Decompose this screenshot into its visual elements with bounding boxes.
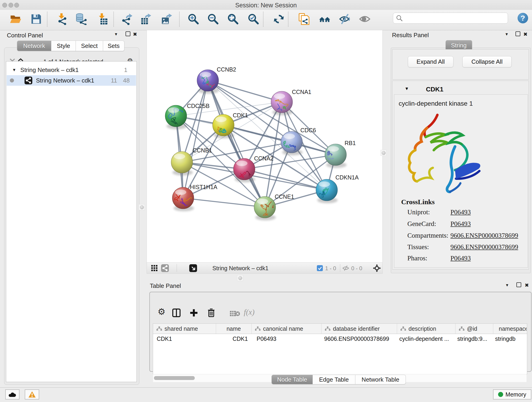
table-options-gear-icon[interactable]: ⚙ bbox=[158, 308, 165, 315]
crosslink-value[interactable]: 9606.ENSP00000378699 bbox=[450, 232, 518, 239]
column-header[interactable]: shared name bbox=[153, 324, 216, 334]
column-header[interactable]: database identifier bbox=[322, 324, 397, 334]
control-panel-float-icon[interactable] bbox=[126, 32, 130, 38]
export-table-button[interactable] bbox=[139, 13, 152, 26]
tab-sets[interactable]: Sets bbox=[103, 41, 124, 51]
import-table-from-file-button[interactable] bbox=[96, 13, 109, 26]
network-share-icon[interactable] bbox=[161, 264, 169, 272]
help-button[interactable]: ? bbox=[518, 13, 528, 23]
control-panel-close-icon[interactable]: ✖ bbox=[133, 32, 137, 37]
network-edge-CCNB2-CCNA1[interactable] bbox=[208, 80, 282, 102]
network-edge-HIST1H1A-CCNE1[interactable] bbox=[183, 198, 265, 207]
table-panel-menu-icon[interactable]: ▼ bbox=[505, 282, 509, 288]
node-label-HIST1H1A: HIST1H1A bbox=[190, 184, 217, 190]
zoom-in-icon bbox=[187, 13, 199, 25]
crosslinks-title: CrossLinks bbox=[401, 198, 435, 206]
collection-expand-icon[interactable]: ▼ bbox=[12, 68, 16, 72]
tab-style[interactable]: Style bbox=[51, 41, 76, 51]
memory-button[interactable]: Memory bbox=[493, 389, 531, 400]
selected-checkbox-icon[interactable] bbox=[317, 265, 323, 271]
hide-selected-button[interactable] bbox=[338, 13, 351, 26]
tab-edge-table[interactable]: Edge Table bbox=[313, 375, 355, 384]
column-header[interactable]: @id bbox=[456, 324, 493, 334]
delete-table-icon bbox=[230, 310, 240, 317]
export-image-button[interactable] bbox=[160, 13, 173, 26]
network-row[interactable]: String Network – cdk1 11 48 bbox=[7, 75, 136, 86]
tab-network-table[interactable]: Network Table bbox=[355, 375, 406, 384]
hidden-eye-slash-icon[interactable] bbox=[342, 265, 349, 271]
column-header[interactable]: description bbox=[397, 324, 456, 334]
table-panel-float-icon[interactable] bbox=[516, 282, 521, 288]
network-canvas[interactable]: CCNB2CCNA1CDC25BCDK1CDC6RB1CCNB1CCNA2CDK… bbox=[147, 30, 383, 263]
network-collection-row[interactable]: ▼ String Network – cdk1 1 bbox=[7, 65, 136, 75]
crosslink-label: Tissues: bbox=[407, 243, 429, 251]
network-tree: ▼ String Network – cdk1 1 String Network… bbox=[6, 61, 137, 382]
expand-all-button[interactable]: Expand All bbox=[408, 56, 453, 67]
clone-network-button[interactable] bbox=[298, 13, 310, 26]
zoom-selected-icon bbox=[247, 13, 259, 25]
crosshair-icon[interactable] bbox=[373, 264, 381, 272]
network-type-icon bbox=[25, 77, 32, 84]
zoom-fit-button[interactable] bbox=[227, 13, 239, 26]
network-graph[interactable]: CCNB2CCNA1CDC25BCDK1CDC6RB1CCNB1CCNA2CDK… bbox=[147, 30, 382, 263]
networks-overview-button[interactable] bbox=[318, 13, 331, 26]
homes-icon bbox=[319, 13, 331, 25]
search-field[interactable] bbox=[393, 13, 508, 24]
warnings-button[interactable] bbox=[25, 389, 39, 400]
results-panel-menu-icon[interactable]: ▼ bbox=[505, 32, 509, 37]
zoom-selected-button[interactable] bbox=[247, 13, 260, 26]
gene-collapse-icon[interactable]: ▼ bbox=[405, 86, 409, 91]
grid-view-icon[interactable] bbox=[151, 265, 158, 272]
column-header[interactable]: canonical name bbox=[252, 324, 322, 334]
zoom-fit-icon bbox=[227, 13, 239, 25]
search-input[interactable] bbox=[405, 14, 505, 22]
tab-network[interactable]: Network bbox=[17, 41, 51, 51]
column-header[interactable]: name bbox=[216, 324, 252, 334]
node-label-CCNA2: CCNA2 bbox=[254, 155, 273, 162]
delete-column-icon[interactable] bbox=[207, 308, 216, 317]
attribute-type-icon bbox=[459, 326, 465, 331]
title-bar: Session: New Session bbox=[0, 0, 532, 10]
crosslink-value[interactable]: P06493 bbox=[450, 220, 471, 228]
add-column-icon[interactable] bbox=[189, 308, 198, 317]
crosslink-value[interactable]: 9606.ENSP00000378699 bbox=[450, 243, 518, 251]
network-edge-CCNB2-HIST1H1A[interactable] bbox=[183, 80, 208, 198]
crosslink-label: Compartments: bbox=[407, 232, 448, 239]
crosslink-value[interactable]: P06493 bbox=[450, 208, 471, 216]
protein-structure-image bbox=[404, 112, 489, 195]
scrollbar-thumb[interactable] bbox=[154, 376, 195, 380]
column-header[interactable]: namespace bbox=[493, 324, 526, 334]
tab-select[interactable]: Select bbox=[76, 41, 103, 51]
table-panel: Table Panel ▼ ✖ ⚙ f(x) bbox=[147, 280, 532, 387]
show-columns-icon[interactable] bbox=[172, 308, 181, 317]
cloud-button[interactable] bbox=[5, 389, 19, 400]
zoom-out-button[interactable] bbox=[207, 13, 220, 26]
open-session-button[interactable] bbox=[9, 13, 22, 26]
export-network-button[interactable] bbox=[120, 13, 133, 26]
control-panel-menu-icon[interactable]: ▼ bbox=[114, 32, 118, 37]
show-eye-button[interactable] bbox=[358, 13, 371, 26]
left-divider-grip[interactable] bbox=[139, 204, 145, 210]
collapse-all-button[interactable]: Collapse All bbox=[462, 56, 512, 67]
zoom-in-button[interactable] bbox=[187, 13, 200, 26]
birdseye-view-icon[interactable] bbox=[189, 264, 197, 272]
table-panel-close-icon[interactable]: ✖ bbox=[525, 282, 529, 288]
results-panel-float-icon[interactable] bbox=[515, 32, 520, 38]
table-panel-title: Table Panel bbox=[150, 282, 181, 289]
results-panel-close-icon[interactable]: ✖ bbox=[523, 32, 527, 37]
clone-network-icon bbox=[298, 13, 310, 25]
import-network-from-database-button[interactable] bbox=[75, 13, 88, 26]
right-divider-grip[interactable] bbox=[380, 150, 386, 156]
network-edge-count: 48 bbox=[123, 77, 130, 84]
save-session-button[interactable] bbox=[30, 13, 43, 26]
table-row[interactable]: CDK1 CDK1 P06493 9606.ENSP00000378699 cy… bbox=[153, 334, 527, 344]
refresh-view-button[interactable] bbox=[272, 13, 285, 26]
node-label-CCNB1: CCNB1 bbox=[193, 147, 212, 153]
import-network-from-file-button[interactable] bbox=[56, 13, 69, 26]
tab-node-table[interactable]: Node Table bbox=[272, 375, 313, 384]
node-label-CCNB2: CCNB2 bbox=[217, 66, 236, 73]
control-panel: Control Panel ▼ ✖ Network Style Select S… bbox=[0, 30, 146, 387]
eye-slash-icon bbox=[339, 13, 351, 25]
results-panel-title: Results Panel bbox=[392, 32, 429, 39]
crosslink-value[interactable]: P06493 bbox=[450, 254, 471, 262]
